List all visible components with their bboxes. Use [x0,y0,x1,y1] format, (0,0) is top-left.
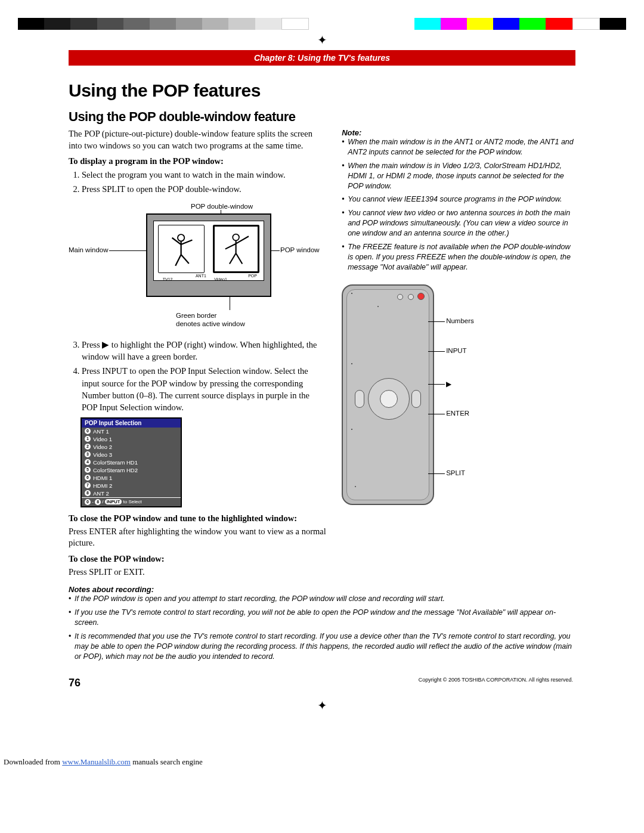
step-3: Press ▶ to highlight the POP (right) win… [82,339,327,363]
page-footer-row: 76 Copyright © 2005 TOSHIBA CORPORATION.… [69,665,575,695]
tv-screen: ANT1 TV12 POP Video1 [153,221,264,281]
remote-label-column: Numbers INPUT ▶ ENTER SPLIT [439,284,487,505]
registration-mark-bottom: ✦ [0,695,644,716]
note-heading: Note: [342,128,575,137]
steps-list-a: Select the program you want to watch in … [82,169,327,196]
label-input: INPUT [446,347,467,354]
diagram-label-main: Main window [69,246,108,253]
diagram-ant1: ANT1 [196,274,206,278]
step-2: Press SPLIT to open the POP double-windo… [82,183,327,195]
label-split: SPLIT [446,469,465,476]
diagram-pop: POP [248,274,257,278]
note-item: You cannot view IEEE1394 source programs… [342,194,575,205]
manual-page: ✦ Chapter 8: Using the TV's features Usi… [0,0,644,770]
input-sel-row: 4ColorSteram HD1 [82,459,181,466]
note-item: The FREEZE feature is not available when… [342,242,575,272]
footer-post: manuals search engine [131,757,203,766]
label-enter: ENTER [446,410,469,417]
note-rec-item: It is recommended that you use the TV's … [69,631,575,662]
chapter-banner: Chapter 8: Using the TV's features [69,50,575,66]
note-rec-item: If the POP window is open and you attemp… [69,594,575,604]
steps-list-b: Press ▶ to highlight the POP (right) win… [82,339,327,414]
input-sel-row: 7HDMI 2 [82,482,181,490]
note-list: When the main window is in the ANT1 or A… [342,137,575,272]
input-sel-row: 2Video 2 [82,443,181,451]
close-text: Press SPLIT or EXIT. [69,566,327,578]
input-sel-row: 0ANT 1 [82,428,181,435]
section-title: Using the POP double-window feature [69,109,575,125]
note-item: When the main window is in the ANT1 or A… [342,137,575,157]
foot-input: INPUT [105,499,122,504]
page-title: Using the POP features [69,80,575,101]
pop-diagram: POP double-window Main window POP window… [69,202,327,333]
close-tune-text: Press ENTER after highlighting the windo… [69,526,327,549]
page-number: 76 [69,677,80,689]
left-column: The POP (picture-out-picture) double-win… [69,128,327,583]
label-right: ▶ [446,380,451,388]
note-item: You cannot view two video or two antenna… [342,208,575,239]
input-sel-row: 5ColorSteram HD2 [82,466,181,474]
step-4: Press INPUT to open the POP Input Select… [82,365,327,413]
note-item: When the main window is in Video 1/2/3, … [342,161,575,191]
right-column: Note: When the main window is in the ANT… [342,128,575,583]
pop-window-pane [213,225,259,273]
diagram-label-border-1: Green border [176,312,216,319]
download-footer: Downloaded from www.Manualslib.com manua… [0,716,644,770]
subhead-display: To display a program in the POP window: [69,156,327,166]
subhead-close: To close the POP window: [69,554,327,564]
diagram-label-border-2: denotes active window [176,320,245,327]
tv-frame: ANT1 TV12 POP Video1 [146,213,271,297]
diagram-label-top: POP double-window [191,203,253,210]
diagram-video1: Video1 [214,277,227,281]
registration-mark-top: ✦ [0,30,644,50]
diagram-label-pop: POP window [280,246,320,253]
label-numbers: Numbers [446,317,474,324]
svg-point-1 [233,234,240,240]
input-sel-row: 6HDMI 1 [82,474,181,482]
foot-num-b: 8 [95,499,101,505]
svg-point-0 [178,234,184,241]
subhead-close-tune: To close the POP window and tune to the … [69,513,327,524]
remote-control [342,284,434,505]
print-registration-bar [18,18,626,30]
step-1: Select the program you want to watch in … [82,169,327,181]
input-sel-row: 8ANT 2 [82,490,181,497]
notes-recording-list: If the POP window is open and you attemp… [69,594,575,661]
intro-text: The POP (picture-out-picture) double-win… [69,128,327,151]
foot-num-a: 0 [85,499,91,505]
footer-pre: Downloaded from [4,757,62,766]
remote-diagram: Numbers INPUT ▶ ENTER SPLIT [342,284,575,505]
input-sel-row: 1Video 1 [82,435,181,443]
diagram-label-border: Green border denotes active window [176,312,245,329]
copyright-text: Copyright © 2005 TOSHIBA CORPORATION. Al… [80,677,575,683]
input-sel-title: POP Input Selection [82,419,181,428]
manualslib-link[interactable]: www.Manualslib.com [62,757,131,766]
main-window-pane [158,225,204,273]
diagram-tv12: TV12 [163,277,173,281]
pop-input-selection-box: POP Input Selection 0ANT 11Video 12Video… [80,417,182,507]
notes-recording-heading: Notes about recording: [69,585,575,594]
note-rec-item: If you use the TV's remote control to st… [69,608,575,628]
input-sel-row: 3Video 3 [82,451,181,459]
input-sel-footer: 0 - 8 / INPUT to Select [82,497,181,506]
